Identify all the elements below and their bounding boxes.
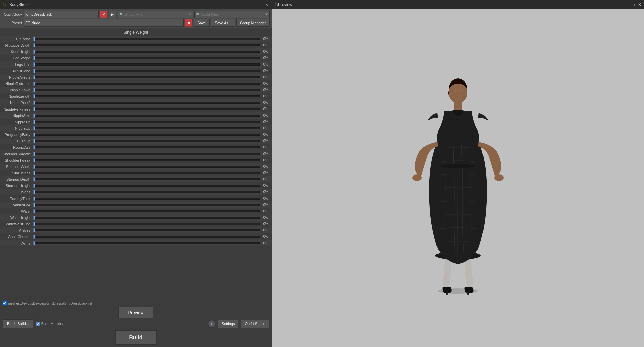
slider-track[interactable]: [33, 127, 260, 129]
slider-thumb[interactable]: [33, 241, 35, 245]
slider-track[interactable]: [33, 204, 260, 206]
slider-track[interactable]: [33, 166, 260, 168]
slider-track[interactable]: [33, 140, 260, 142]
outfit-filter-input[interactable]: [201, 12, 264, 16]
outfit-clear-button[interactable]: ✕: [100, 11, 107, 18]
slider-thumb[interactable]: [33, 209, 35, 213]
filepath-checkbox[interactable]: [3, 301, 7, 305]
preview-close-button[interactable]: ✕: [638, 2, 641, 7]
slider-thumb[interactable]: [33, 37, 35, 41]
preview-maximize-button[interactable]: □: [634, 2, 637, 7]
slider-thumb[interactable]: [33, 165, 35, 169]
outfit-preview-button[interactable]: ▶: [109, 11, 116, 18]
slider-track[interactable]: [33, 115, 260, 117]
slider-thumb[interactable]: [33, 171, 35, 175]
slider-thumb[interactable]: [33, 203, 35, 207]
slider-track[interactable]: [33, 89, 260, 91]
preset-select[interactable]: FG Nude: [24, 19, 184, 27]
slider-track[interactable]: [33, 191, 260, 193]
slider-thumb[interactable]: [33, 190, 35, 194]
slider-track[interactable]: [33, 185, 260, 187]
slider-track[interactable]: [33, 51, 260, 53]
slider-thumb[interactable]: [33, 184, 35, 188]
slider-thumb[interactable]: [33, 69, 35, 73]
slider-thumb[interactable]: [33, 56, 35, 60]
slider-track[interactable]: [33, 178, 260, 180]
slider-name: NipBGone: [1, 69, 32, 73]
slider-thumb[interactable]: [33, 94, 35, 98]
slider-track[interactable]: [33, 217, 260, 219]
slider-thumb[interactable]: [33, 43, 35, 47]
slider-track[interactable]: [33, 76, 260, 78]
slider-track[interactable]: [33, 242, 260, 244]
slider-track[interactable]: [33, 70, 260, 72]
batch-build-button[interactable]: Batch Build...: [3, 319, 33, 328]
minimize-button[interactable]: ─: [251, 2, 256, 7]
slider-thumb[interactable]: [33, 62, 35, 67]
outfit-select[interactable]: KimyDressBlack: [24, 11, 99, 18]
slider-thumb[interactable]: [33, 75, 35, 79]
slider-thumb[interactable]: [33, 216, 35, 220]
slider-name: PushUp: [1, 139, 32, 143]
settings-button[interactable]: Settings: [218, 320, 239, 328]
slider-thumb[interactable]: [33, 177, 35, 181]
slider-thumb[interactable]: [33, 152, 35, 156]
close-button[interactable]: ✕: [264, 2, 269, 7]
slider-track[interactable]: [33, 159, 260, 161]
slider-track[interactable]: [33, 102, 260, 104]
slider-track[interactable]: [33, 146, 260, 148]
slider-track[interactable]: [33, 108, 260, 110]
slider-track[interactable]: [33, 44, 260, 46]
save-button[interactable]: Save: [194, 19, 210, 27]
slider-thumb[interactable]: [33, 82, 35, 86]
slider-track[interactable]: [33, 198, 260, 200]
build-morphs-label[interactable]: Build Morphs: [36, 322, 63, 326]
outfit-studio-button[interactable]: Outfit Studio: [241, 320, 269, 328]
slider-thumb[interactable]: [33, 228, 35, 232]
slider-thumb[interactable]: [33, 197, 35, 201]
slider-thumb[interactable]: [33, 114, 35, 118]
preview-button[interactable]: Preview: [118, 307, 153, 318]
save-as-button[interactable]: Save As...: [211, 19, 235, 27]
group-manager-button[interactable]: Group Manager: [236, 19, 270, 27]
slider-track[interactable]: [33, 172, 260, 174]
slider-track[interactable]: [33, 236, 260, 238]
info-button[interactable]: i: [208, 320, 215, 328]
slider-track[interactable]: [33, 38, 260, 40]
slider-thumb[interactable]: [33, 50, 35, 54]
slider-track[interactable]: [33, 63, 260, 66]
slider-track[interactable]: [33, 134, 260, 136]
slider-thumb[interactable]: [33, 158, 35, 162]
filepath-checkbox-label[interactable]: meshes\DeviousDevices\KimyDress\KimyDres…: [3, 301, 92, 305]
slider-track[interactable]: [33, 153, 260, 155]
slider-track[interactable]: [33, 83, 260, 85]
outfit-filter-clear[interactable]: ✕: [265, 12, 268, 17]
slider-thumb[interactable]: [33, 120, 35, 124]
slider-track[interactable]: [33, 57, 260, 59]
slider-thumb[interactable]: [33, 222, 35, 226]
slider-thumb[interactable]: [33, 107, 35, 111]
maximize-button[interactable]: □: [258, 2, 262, 7]
slider-thumb[interactable]: [33, 101, 35, 105]
slider-track[interactable]: [33, 210, 260, 212]
build-button[interactable]: Build: [115, 330, 157, 345]
slider-thumb[interactable]: [33, 126, 35, 130]
slider-thumb[interactable]: [33, 139, 35, 143]
slider-thumb[interactable]: [33, 88, 35, 92]
slider-track[interactable]: [33, 95, 260, 97]
build-morphs-checkbox[interactable]: [36, 322, 40, 326]
slider-row: WaistHeight0%: [0, 214, 272, 221]
left-panel: ⬡ BodySlide ─ □ ✕ Outfit/Body KimyDressB…: [0, 0, 272, 347]
group-filter-clear[interactable]: ✕: [188, 12, 191, 17]
slider-thumb[interactable]: [33, 133, 35, 137]
sliders-container[interactable]: HipBone0%HipUpperWidth0%KneeHeight0%LegS…: [0, 36, 272, 299]
slider-track[interactable]: [33, 121, 260, 123]
slider-thumb[interactable]: [33, 235, 35, 239]
preset-clear-button[interactable]: ✕: [185, 19, 192, 27]
slider-track[interactable]: [33, 229, 260, 231]
slider-name: AppleCheeks: [1, 235, 32, 239]
group-filter-input[interactable]: [124, 12, 187, 16]
slider-thumb[interactable]: [33, 145, 35, 149]
slider-track[interactable]: [33, 223, 260, 225]
preview-minimize-button[interactable]: ─: [631, 2, 634, 7]
